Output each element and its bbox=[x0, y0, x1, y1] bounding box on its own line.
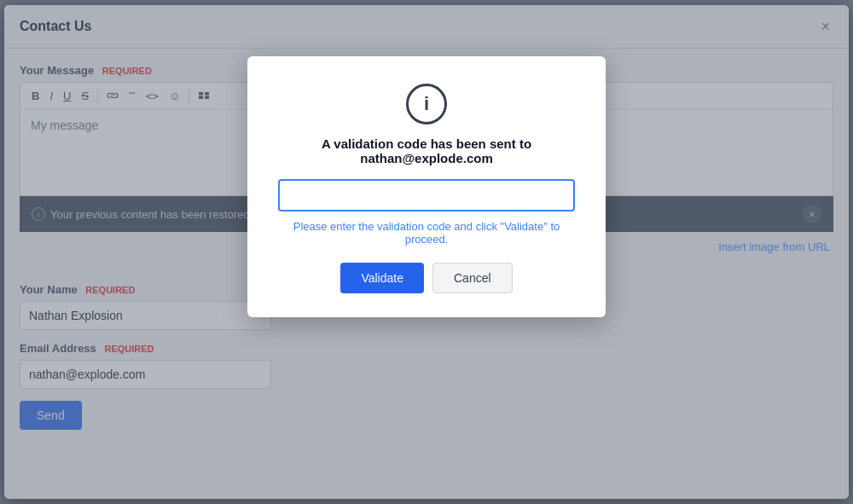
modal-title: A validation code has been sent to natha… bbox=[278, 136, 575, 165]
validation-modal: i A validation code has been sent to nat… bbox=[247, 56, 606, 317]
modal-hint: Please enter the validation code and cli… bbox=[278, 220, 575, 246]
modal-info-icon: i bbox=[406, 84, 447, 125]
modal-actions: Validate Cancel bbox=[278, 263, 575, 293]
validate-button[interactable]: Validate bbox=[340, 263, 424, 293]
modal-backdrop: i A validation code has been sent to nat… bbox=[4, 5, 849, 499]
cancel-button[interactable]: Cancel bbox=[432, 263, 513, 293]
validation-code-input[interactable] bbox=[278, 179, 575, 211]
contact-us-dialog: Contact Us × Your Message REQUIRED B I U… bbox=[4, 5, 849, 499]
